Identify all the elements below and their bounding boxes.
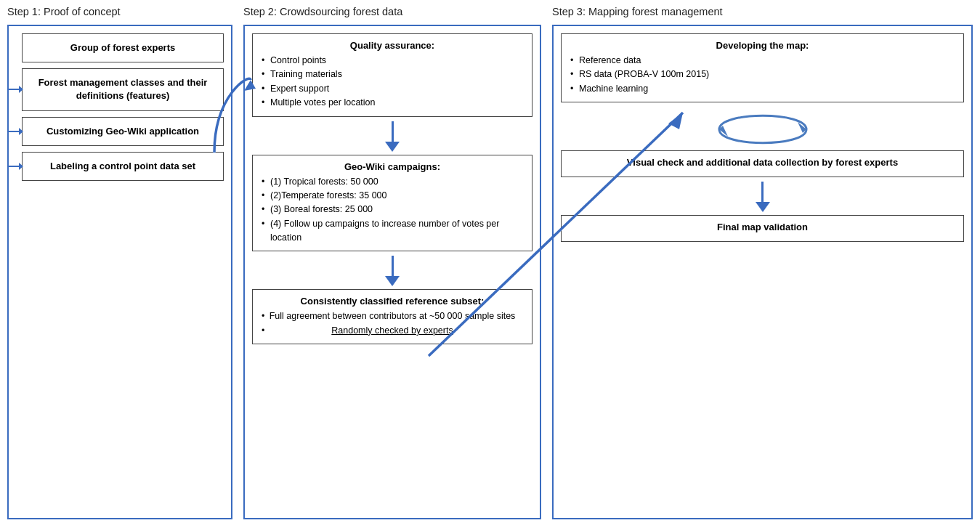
quality-assurance-title: Quality assurance: [260,40,525,51]
map-item-1: Reference data [569,54,956,68]
geowiki-item-3: (3) Boreal forests: 25 000 [260,203,525,216]
geowiki-item-4: (4) Follow up campaigns to increase numb… [260,217,525,246]
quality-item-4: Multiple votes per location [260,96,525,110]
quality-item-2: Training materials [260,68,525,81]
geowiki-item-2: (2)Temperate forests: 35 000 [260,189,525,203]
reference-title-wrap: Consistently classified reference subset… [260,296,525,307]
cycle-arrows [561,107,964,150]
geowiki-list: (1) Tropical forests: 50 000 (2)Temperat… [260,175,525,246]
step3-border: Developing the map: Reference data RS da… [552,25,973,519]
reference-item-2: Randomly checked by experts [260,324,525,338]
map-item-2: RS data (PROBA-V 100m 2015) [569,68,956,81]
quality-assurance-list: Control points Training materials Expert… [260,54,525,110]
arrow-shaft-2 [392,256,394,276]
step1-item-1: Group of forest experts [22,33,224,62]
arrow-head-1 [385,142,400,152]
arrow-head-3 [756,202,770,212]
step1-item-1-text: Group of forest experts [30,41,216,54]
quality-item-3: Expert support [260,82,525,96]
step1-column: Step 1: Proof of concept Group of forest… [7,6,232,519]
geowiki-title-wrap: Geo-Wiki campaigns: [260,161,525,172]
step1-item-4: Labeling a control point data set [22,152,224,181]
reference-item-1: Full agreement between contributors at ~… [260,309,525,323]
step1-title: Step 1: Proof of concept [7,6,232,17]
step1-item-3: Customizing Geo-Wiki application [22,117,224,146]
final-validation-text: Final map validation [569,222,956,232]
reference-list: Full agreement between contributors at ~… [260,309,525,338]
reference-title: Consistently classified reference subset… [260,296,525,307]
step3-title: Step 3: Mapping forest management [552,6,973,17]
step2-border: Quality assurance: Control points Traini… [243,25,541,519]
quality-assurance-title-wrap: Quality assurance: [260,40,525,51]
step1-item-4-text: Labeling a control point data set [30,160,216,173]
map-item-3: Machine learning [569,82,956,96]
geowiki-box: Geo-Wiki campaigns: (1) Tropical forests… [252,155,532,252]
developing-map-list: Reference data RS data (PROBA-V 100m 201… [569,54,956,96]
step1-border: Group of forest experts Forest managemen… [7,25,232,519]
visual-check-text: Visual check and additional data collect… [569,157,956,168]
arrow-shaft-3 [761,182,764,202]
developing-map-box: Developing the map: Reference data RS da… [561,33,964,102]
visual-check-box: Visual check and additional data collect… [561,150,964,177]
cycle-svg [690,108,835,150]
step1-item-2-text: Forest management classes and their defi… [30,76,216,102]
step1-item-3-text: Customizing Geo-Wiki application [30,125,216,138]
quality-item-1: Control points [260,54,525,68]
final-validation-box: Final map validation [561,215,964,242]
step2-title: Step 2: Crowdsourcing forest data [243,6,541,17]
step1-item-2: Forest management classes and their defi… [22,68,224,110]
arrow-geowiki-to-reference [252,256,532,286]
arrow-visual-to-final [561,182,964,212]
diagram-container: Step 1: Proof of concept Group of forest… [0,0,980,523]
arrow-quality-to-geowiki [252,121,532,152]
reference-subset-box: Consistently classified reference subset… [252,289,532,344]
developing-map-title: Developing the map: [569,40,956,51]
quality-assurance-box: Quality assurance: Control points Traini… [252,33,532,117]
step3-column: Step 3: Mapping forest management Develo… [552,6,973,519]
arrow-shaft-1 [392,121,394,142]
arrow-head-2 [385,276,400,286]
geowiki-item-1: (1) Tropical forests: 50 000 [260,175,525,189]
step2-column: Step 2: Crowdsourcing forest data Qualit… [243,6,541,519]
geowiki-title: Geo-Wiki campaigns: [260,161,525,172]
